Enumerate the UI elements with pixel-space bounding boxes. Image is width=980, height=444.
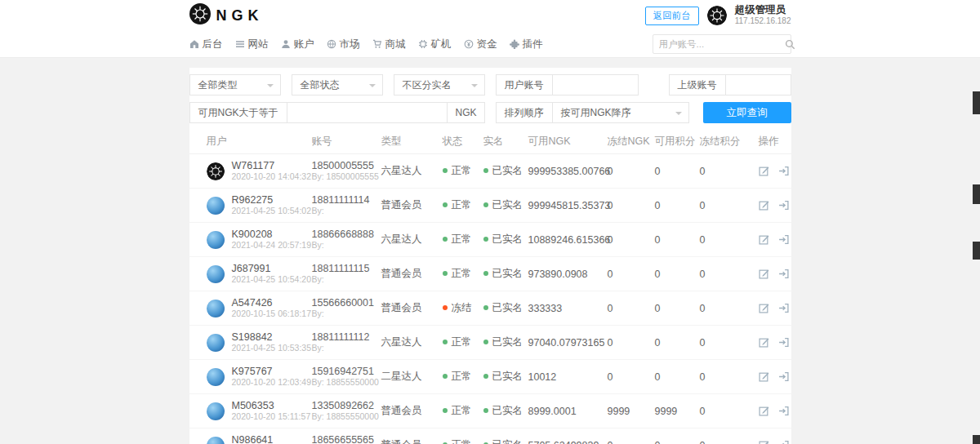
frozen-ngk: 0 — [608, 371, 655, 383]
member-type: 六星达人 — [381, 335, 443, 349]
available-ngk: 8999.0001 — [528, 406, 608, 417]
edit-user-button[interactable] — [759, 406, 769, 416]
status-dot — [443, 202, 448, 207]
realname-dot — [483, 408, 488, 413]
column-header: 可用NGK — [528, 135, 608, 149]
edit-user-button[interactable] — [759, 337, 769, 348]
login-as-user-button[interactable] — [778, 200, 789, 211]
login-as-user-button[interactable] — [778, 406, 789, 416]
query-button[interactable]: 立即查询 — [703, 102, 791, 123]
user-avatar — [207, 368, 225, 386]
login-as-user-button[interactable] — [778, 269, 789, 279]
nav-item-site[interactable]: 网站 — [235, 38, 269, 51]
edit-user-button[interactable] — [759, 303, 769, 313]
table-row: N9866412020-10-15 06:14:1318656655565By:… — [189, 428, 791, 444]
realname-cell: 已实名 — [483, 335, 528, 349]
login-as-user-button[interactable] — [778, 440, 789, 444]
search-icon[interactable] — [785, 39, 795, 50]
status-select[interactable]: 全部状态 — [292, 74, 383, 95]
user-name: S198842 — [232, 331, 312, 343]
plugin-icon — [510, 39, 519, 49]
sort-select[interactable]: 按可用NGK降序 — [553, 103, 688, 122]
back-to-frontend-button[interactable]: 返回前台 — [645, 7, 699, 25]
ngk-min-input[interactable] — [287, 103, 448, 122]
nav-item-label: 商城 — [385, 38, 406, 51]
edit-user-button[interactable] — [759, 234, 769, 245]
user-name: K975767 — [232, 366, 312, 377]
account-number: 18811111112 — [312, 331, 381, 343]
login-as-user-button[interactable] — [778, 371, 789, 382]
available-points: 0 — [655, 440, 700, 444]
edit-user-button[interactable] — [759, 200, 769, 211]
account-cell: 18811111112By: — [312, 331, 381, 353]
logo-text: NGK — [216, 7, 264, 24]
realname-dot — [483, 374, 488, 379]
realname-cell: 已实名 — [483, 267, 528, 281]
column-header: 状态 — [443, 135, 483, 149]
table-row: M5063532020-10-20 15:11:5713350892662By:… — [189, 394, 791, 428]
type-select[interactable]: 全部类型 — [189, 74, 281, 95]
frozen-points: 0 — [700, 303, 759, 314]
nav-item-user[interactable]: 账户 — [281, 38, 314, 51]
scrollbar-thumb[interactable] — [973, 242, 980, 260]
user-avatar — [207, 231, 225, 249]
available-points: 0 — [655, 234, 700, 246]
nav-item-home[interactable]: 后台 — [189, 38, 223, 51]
main-nav: 后台网站账户市场商城矿机资金插件 — [0, 31, 980, 58]
edit-user-button[interactable] — [759, 166, 769, 176]
column-header: 操作 — [759, 135, 791, 149]
scrollbar-thumb[interactable] — [973, 91, 980, 114]
account-filter-input[interactable] — [553, 75, 638, 95]
realname-dot — [483, 271, 488, 276]
referrer: By: — [312, 274, 381, 285]
login-as-user-button[interactable] — [778, 337, 789, 348]
edit-user-button[interactable] — [759, 269, 769, 279]
user-avatar — [207, 162, 225, 180]
nav-item-market[interactable]: 市场 — [327, 38, 360, 51]
scrollbar-thumb[interactable] — [973, 435, 980, 444]
user-name: K900208 — [232, 229, 312, 240]
ngk-suffix-label: NGK — [447, 103, 483, 122]
login-as-user-button[interactable] — [778, 303, 789, 313]
user-cell: J6879912021-04-25 10:54:20 — [207, 263, 312, 285]
register-date: 2021-04-25 10:54:20 — [232, 274, 312, 285]
parent-account-input[interactable] — [726, 75, 791, 95]
status-label: 正常 — [452, 371, 472, 382]
available-ngk: 973890.0908 — [528, 269, 608, 280]
account-cell: 18500005555By: 18500005555 — [312, 160, 381, 182]
status-label: 正常 — [452, 405, 472, 416]
status-cell: 正常 — [443, 438, 483, 444]
edit-user-button[interactable] — [759, 371, 769, 382]
status-label: 正常 — [452, 233, 472, 245]
nav-item-miner[interactable]: 矿机 — [418, 38, 452, 51]
nav-item-mall[interactable]: 商城 — [372, 38, 406, 51]
login-as-user-button[interactable] — [778, 234, 789, 245]
nav-item-plugin[interactable]: 插件 — [510, 38, 543, 51]
register-date: 2020-10-15 06:18:17 — [232, 309, 312, 319]
edit-user-button[interactable] — [759, 440, 769, 444]
table-row: S1988422021-04-25 10:53:3518811111112By:… — [189, 326, 791, 360]
account-cell: 15916942751By: 18855550000 — [312, 366, 381, 388]
referrer: By: 18500005555 — [312, 171, 381, 182]
user-cell: R9622752021-04-25 10:54:02 — [207, 194, 312, 216]
status-dot — [443, 305, 448, 310]
ops-cell — [759, 269, 791, 279]
realname-dot — [483, 237, 488, 242]
frozen-ngk: 9999 — [608, 406, 655, 417]
user-avatar — [207, 402, 225, 420]
realname-cell: 已实名 — [483, 438, 528, 444]
status-dot — [443, 340, 448, 344]
register-date: 2020-10-20 12:03:49 — [232, 377, 312, 388]
status-dot — [443, 271, 448, 276]
nav-list: 后台网站账户市场商城矿机资金插件 — [189, 31, 791, 57]
nav-item-funds[interactable]: 资金 — [464, 38, 497, 51]
login-as-user-button[interactable] — [778, 166, 789, 176]
user-search-input[interactable] — [659, 39, 785, 49]
account-number: 15916942751 — [312, 366, 381, 377]
register-date: 2021-04-25 10:54:02 — [232, 206, 312, 216]
ngk-min-label: 可用NGK大于等于 — [190, 103, 287, 122]
scrollbar-thumb[interactable] — [973, 184, 980, 204]
status-dot — [443, 408, 448, 413]
realname-select[interactable]: 不区分实名 — [394, 74, 485, 95]
table-row: W7611772020-10-20 14:04:3218500005555By:… — [189, 154, 791, 189]
